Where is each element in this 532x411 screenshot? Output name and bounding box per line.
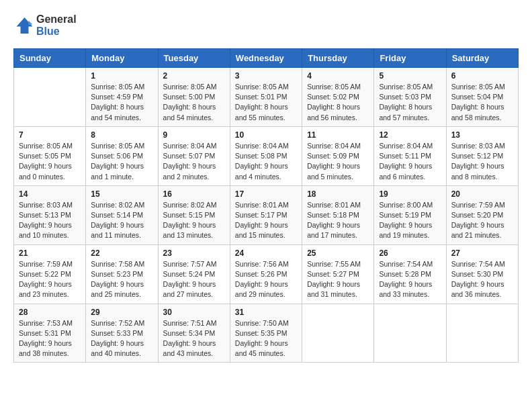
day-header-sunday: Sunday (14, 49, 86, 68)
day-number: 4 (307, 71, 369, 81)
week-row-1: 7 Sunrise: 8:05 AM Sunset: 5:05 PM Dayli… (14, 126, 519, 185)
day-header-saturday: Saturday (446, 49, 518, 68)
day-number: 30 (163, 308, 225, 317)
calendar-cell: 1 Sunrise: 8:05 AM Sunset: 4:59 PM Dayli… (86, 68, 158, 127)
calendar-cell: 27 Sunrise: 7:54 AM Sunset: 5:30 PM Dayl… (446, 244, 518, 304)
day-info: Sunrise: 8:05 AM Sunset: 5:01 PM Dayligh… (235, 82, 297, 123)
day-info: Sunrise: 8:05 AM Sunset: 5:02 PM Dayligh… (307, 82, 369, 123)
day-header-thursday: Thursday (302, 49, 374, 68)
day-header-friday: Friday (374, 49, 446, 68)
day-number: 27 (451, 248, 513, 258)
calendar-cell: 25 Sunrise: 7:55 AM Sunset: 5:27 PM Dayl… (302, 244, 374, 304)
day-number: 31 (235, 308, 297, 317)
svg-marker-0 (17, 17, 33, 34)
calendar-cell: 15 Sunrise: 8:02 AM Sunset: 5:14 PM Dayl… (86, 185, 158, 244)
svg-marker-1 (29, 21, 33, 25)
day-info: Sunrise: 8:05 AM Sunset: 5:00 PM Dayligh… (163, 82, 225, 123)
day-number: 3 (235, 71, 297, 81)
day-header-wednesday: Wednesday (230, 49, 302, 68)
day-info: Sunrise: 7:54 AM Sunset: 5:28 PM Dayligh… (379, 259, 441, 300)
calendar-cell: 20 Sunrise: 7:59 AM Sunset: 5:20 PM Dayl… (446, 185, 518, 244)
day-number: 9 (163, 130, 225, 140)
calendar-cell (302, 304, 374, 363)
week-row-4: 28 Sunrise: 7:53 AM Sunset: 5:31 PM Dayl… (14, 304, 519, 363)
day-number: 26 (379, 248, 441, 258)
day-info: Sunrise: 8:05 AM Sunset: 5:05 PM Dayligh… (19, 141, 81, 182)
week-row-3: 21 Sunrise: 7:59 AM Sunset: 5:22 PM Dayl… (14, 244, 519, 304)
day-number: 17 (235, 189, 297, 199)
calendar-cell: 5 Sunrise: 8:05 AM Sunset: 5:03 PM Dayli… (374, 68, 446, 127)
calendar-cell: 7 Sunrise: 8:05 AM Sunset: 5:05 PM Dayli… (14, 126, 86, 185)
calendar-cell: 4 Sunrise: 8:05 AM Sunset: 5:02 PM Dayli… (302, 68, 374, 127)
day-info: Sunrise: 8:01 AM Sunset: 5:17 PM Dayligh… (235, 200, 297, 241)
day-header-monday: Monday (86, 49, 158, 68)
day-info: Sunrise: 7:52 AM Sunset: 5:33 PM Dayligh… (91, 318, 152, 359)
calendar-cell: 16 Sunrise: 8:02 AM Sunset: 5:15 PM Dayl… (158, 185, 230, 244)
day-info: Sunrise: 7:50 AM Sunset: 5:35 PM Dayligh… (235, 318, 297, 359)
day-number: 18 (307, 189, 369, 199)
calendar-cell: 17 Sunrise: 8:01 AM Sunset: 5:17 PM Dayl… (230, 185, 302, 244)
day-info: Sunrise: 7:55 AM Sunset: 5:27 PM Dayligh… (307, 259, 369, 300)
day-number: 24 (235, 248, 297, 258)
day-number: 6 (451, 71, 513, 81)
calendar-cell: 21 Sunrise: 7:59 AM Sunset: 5:22 PM Dayl… (14, 244, 86, 304)
day-info: Sunrise: 8:04 AM Sunset: 5:09 PM Dayligh… (307, 141, 369, 182)
calendar-cell: 14 Sunrise: 8:03 AM Sunset: 5:13 PM Dayl… (14, 185, 86, 244)
day-number: 20 (451, 189, 513, 199)
logo-icon (13, 15, 34, 36)
calendar-cell: 8 Sunrise: 8:05 AM Sunset: 5:06 PM Dayli… (86, 126, 158, 185)
week-row-2: 14 Sunrise: 8:03 AM Sunset: 5:13 PM Dayl… (14, 185, 519, 244)
calendar-cell (14, 68, 86, 127)
day-number: 12 (379, 130, 441, 140)
day-info: Sunrise: 7:59 AM Sunset: 5:20 PM Dayligh… (451, 200, 513, 241)
day-info: Sunrise: 8:05 AM Sunset: 5:04 PM Dayligh… (451, 82, 513, 123)
day-info: Sunrise: 8:01 AM Sunset: 5:18 PM Dayligh… (307, 200, 369, 241)
calendar-cell: 24 Sunrise: 7:56 AM Sunset: 5:26 PM Dayl… (230, 244, 302, 304)
day-number: 8 (91, 130, 152, 140)
day-number: 10 (235, 130, 297, 140)
calendar-body: 1 Sunrise: 8:05 AM Sunset: 4:59 PM Dayli… (14, 68, 519, 363)
day-info: Sunrise: 7:56 AM Sunset: 5:26 PM Dayligh… (235, 259, 297, 300)
day-number: 21 (19, 248, 81, 258)
calendar-cell: 22 Sunrise: 7:58 AM Sunset: 5:23 PM Dayl… (86, 244, 158, 304)
calendar-cell (374, 304, 446, 363)
calendar-cell: 2 Sunrise: 8:05 AM Sunset: 5:00 PM Dayli… (158, 68, 230, 127)
day-number: 1 (91, 71, 152, 81)
calendar-cell: 19 Sunrise: 8:00 AM Sunset: 5:19 PM Dayl… (374, 185, 446, 244)
day-number: 28 (19, 308, 81, 317)
day-number: 22 (91, 248, 152, 258)
day-info: Sunrise: 8:03 AM Sunset: 5:12 PM Dayligh… (451, 141, 513, 182)
calendar-cell: 29 Sunrise: 7:52 AM Sunset: 5:33 PM Dayl… (86, 304, 158, 363)
calendar-cell: 18 Sunrise: 8:01 AM Sunset: 5:18 PM Dayl… (302, 185, 374, 244)
calendar-cell: 30 Sunrise: 7:51 AM Sunset: 5:34 PM Dayl… (158, 304, 230, 363)
day-info: Sunrise: 8:05 AM Sunset: 4:59 PM Dayligh… (91, 82, 152, 123)
day-info: Sunrise: 8:05 AM Sunset: 5:03 PM Dayligh… (379, 82, 441, 123)
day-header-tuesday: Tuesday (158, 49, 230, 68)
day-number: 25 (307, 248, 369, 258)
calendar-cell: 13 Sunrise: 8:03 AM Sunset: 5:12 PM Dayl… (446, 126, 518, 185)
calendar-cell: 12 Sunrise: 8:04 AM Sunset: 5:11 PM Dayl… (374, 126, 446, 185)
day-number: 11 (307, 130, 369, 140)
calendar-cell: 31 Sunrise: 7:50 AM Sunset: 5:35 PM Dayl… (230, 304, 302, 363)
day-info: Sunrise: 7:54 AM Sunset: 5:30 PM Dayligh… (451, 259, 513, 300)
calendar-table: SundayMondayTuesdayWednesdayThursdayFrid… (13, 48, 519, 363)
day-number: 5 (379, 71, 441, 81)
page-header: General Blue (13, 13, 519, 38)
day-number: 15 (91, 189, 152, 199)
day-info: Sunrise: 8:05 AM Sunset: 5:06 PM Dayligh… (91, 141, 152, 182)
day-number: 7 (19, 130, 81, 140)
logo-text: General Blue (36, 13, 77, 38)
calendar-cell: 11 Sunrise: 8:04 AM Sunset: 5:09 PM Dayl… (302, 126, 374, 185)
day-number: 14 (19, 189, 81, 199)
day-info: Sunrise: 8:02 AM Sunset: 5:15 PM Dayligh… (163, 200, 225, 241)
day-info: Sunrise: 8:02 AM Sunset: 5:14 PM Dayligh… (91, 200, 152, 241)
day-number: 2 (163, 71, 225, 81)
day-number: 19 (379, 189, 441, 199)
calendar-cell: 9 Sunrise: 8:04 AM Sunset: 5:07 PM Dayli… (158, 126, 230, 185)
day-info: Sunrise: 7:53 AM Sunset: 5:31 PM Dayligh… (19, 318, 81, 359)
day-info: Sunrise: 7:59 AM Sunset: 5:22 PM Dayligh… (19, 259, 81, 300)
calendar-cell: 28 Sunrise: 7:53 AM Sunset: 5:31 PM Dayl… (14, 304, 86, 363)
day-info: Sunrise: 8:03 AM Sunset: 5:13 PM Dayligh… (19, 200, 81, 241)
calendar-header-row: SundayMondayTuesdayWednesdayThursdayFrid… (14, 49, 519, 68)
day-number: 13 (451, 130, 513, 140)
